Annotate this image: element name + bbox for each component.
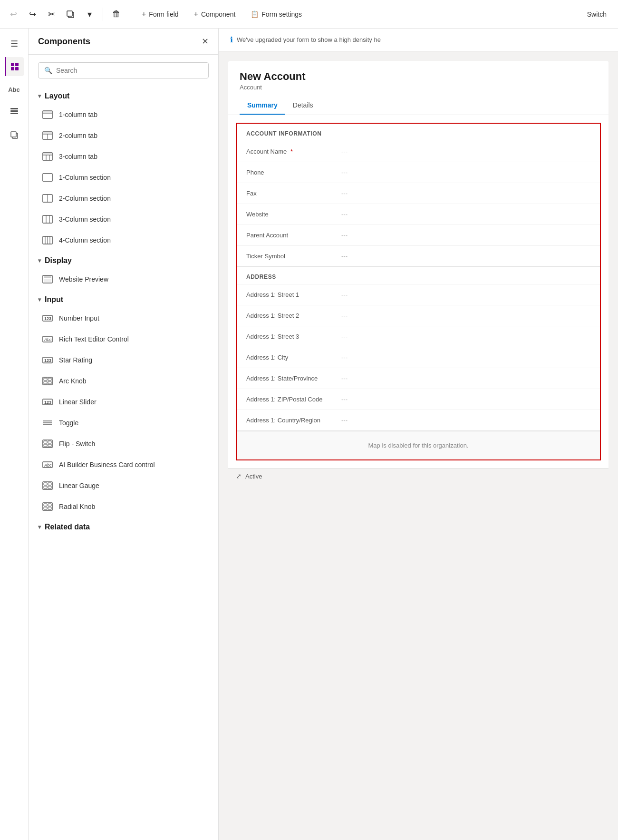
dropdown-button[interactable]: ▾ [82,7,97,22]
arc-knob-icon [42,375,53,387]
hamburger-menu[interactable]: ☰ [5,34,24,53]
undo-button[interactable]: ↩ [6,7,21,22]
1-column-tab-icon [42,109,53,120]
input-section-header[interactable]: ▾ Input [38,290,209,308]
text-field-button[interactable]: Abc [5,80,24,99]
display-section-label: Display [45,256,72,265]
svg-rect-4 [11,67,14,70]
star-rating-label: Star Rating [59,356,92,364]
3-column-section-item[interactable]: 3-Column section [38,209,209,230]
components-panel: Components ✕ 🔍 ▾ Layout 1 [29,29,219,840]
svg-text:123: 123 [44,400,51,405]
number-input-icon: 123 [42,313,53,324]
layout-section-header[interactable]: ▾ Layout [38,86,209,104]
input-section-label: Input [45,295,63,304]
3-column-tab-item[interactable]: 3-column tab [38,146,209,167]
status-text: Active [245,473,262,480]
number-input-item[interactable]: 123 Number Input [38,308,209,329]
1-column-section-item[interactable]: 1-Column section [38,167,209,188]
form-settings-icon: 📋 [251,10,259,18]
street3-label: Address 1: Street 3 [246,333,341,340]
main-layout: ☰ Abc Components [0,29,618,840]
linear-gauge-item[interactable]: Linear Gauge [38,475,209,496]
radial-knob-item[interactable]: Radial Knob [38,496,209,517]
toggle-item[interactable]: Toggle [38,412,209,433]
country-label: Address 1: Country/Region [246,417,341,424]
linear-slider-item[interactable]: 123 Linear Slider [38,391,209,412]
form-settings-button[interactable]: 📋 Form settings [245,8,308,21]
state-field[interactable]: Address 1: State/Province --- [237,368,600,389]
search-input[interactable] [56,67,203,74]
parent-account-field[interactable]: Parent Account --- [237,225,600,245]
flip-switch-item[interactable]: Flip - Switch [38,433,209,454]
4-column-section-item[interactable]: 4-Column section [38,230,209,251]
2-column-tab-icon [42,130,53,141]
city-field[interactable]: Address 1: City --- [237,347,600,368]
delete-button[interactable]: 🗑 [109,7,124,22]
layers-button[interactable] [5,103,24,122]
ai-builder-item[interactable]: Abc AI Builder Business Card control [38,454,209,475]
copy-icon-sidebar[interactable] [5,126,24,145]
flip-switch-icon [42,438,53,449]
form-field-button[interactable]: + Form field [136,7,184,21]
rich-text-editor-label: Rich Text Editor Control [59,335,129,343]
2-column-tab-item[interactable]: 2-column tab [38,125,209,146]
address-title: ADDRESS [237,267,600,284]
components-list: ▾ Layout 1-column tab [29,86,218,545]
ticker-symbol-field[interactable]: Ticker Symbol --- [237,245,600,266]
2-column-section-item[interactable]: 2-Column section [38,188,209,209]
grid-view-button[interactable] [5,57,24,76]
city-label: Address 1: City [246,354,341,361]
street1-field[interactable]: Address 1: Street 1 --- [237,284,600,305]
related-data-section-header[interactable]: ▾ Related data [38,517,209,535]
cut-button[interactable]: ✂ [44,7,59,22]
zip-field[interactable]: Address 1: ZIP/Postal Code --- [237,389,600,410]
svg-rect-61 [48,483,51,485]
rich-text-editor-item[interactable]: Abc Rich Text Editor Control [38,329,209,350]
display-section-header[interactable]: ▾ Display [38,251,209,269]
street2-field[interactable]: Address 1: Street 2 --- [237,305,600,326]
component-button[interactable]: + Component [188,7,241,21]
arc-knob-item[interactable]: Arc Knob [38,371,209,391]
svg-rect-10 [11,132,16,137]
related-data-chevron: ▾ [38,524,41,530]
1-column-tab-item[interactable]: 1-column tab [38,104,209,125]
street1-label: Address 1: Street 1 [246,291,341,298]
fax-field[interactable]: Fax --- [237,183,600,204]
form-header: New Account Account [228,61,608,91]
display-chevron: ▾ [38,257,41,264]
1-column-section-label: 1-Column section [59,174,111,181]
country-field[interactable]: Address 1: Country/Region --- [237,410,600,430]
divider2 [130,8,130,21]
search-icon: 🔍 [44,67,52,74]
divider1 [103,8,103,21]
search-box[interactable]: 🔍 [38,62,209,78]
svg-rect-26 [43,215,52,223]
svg-text:Abc: Abc [44,337,52,342]
svg-rect-12 [43,111,52,113]
website-field[interactable]: Website --- [237,204,600,225]
website-label: Website [246,211,341,218]
status-icon: ⤢ [236,472,241,480]
sidebar-icons: ☰ Abc [0,29,29,840]
ticker-symbol-value: --- [341,253,590,260]
map-message: Map is disabled for this organization. [368,442,468,449]
status-bar: ⤢ Active [228,468,608,484]
account-name-field[interactable]: Account Name * --- [237,141,600,162]
redo-button[interactable]: ↪ [25,7,40,22]
website-preview-item[interactable]: Website Preview [38,269,209,290]
related-data-section-label: Related data [45,523,90,531]
4-column-section-label: 4-Column section [59,236,111,244]
street3-field[interactable]: Address 1: Street 3 --- [237,326,600,347]
state-value: --- [341,375,590,382]
panel-close-button[interactable]: ✕ [202,36,209,47]
phone-field[interactable]: Phone --- [237,162,600,183]
info-icon: ℹ [230,35,233,44]
linear-gauge-icon [42,480,53,491]
tab-summary[interactable]: Summary [240,97,285,115]
switch-button[interactable]: Switch [581,8,612,21]
copy-button[interactable] [63,7,78,22]
tab-details[interactable]: Details [285,97,321,115]
3-column-section-icon [42,214,53,225]
star-rating-item[interactable]: 123 Star Rating [38,350,209,371]
